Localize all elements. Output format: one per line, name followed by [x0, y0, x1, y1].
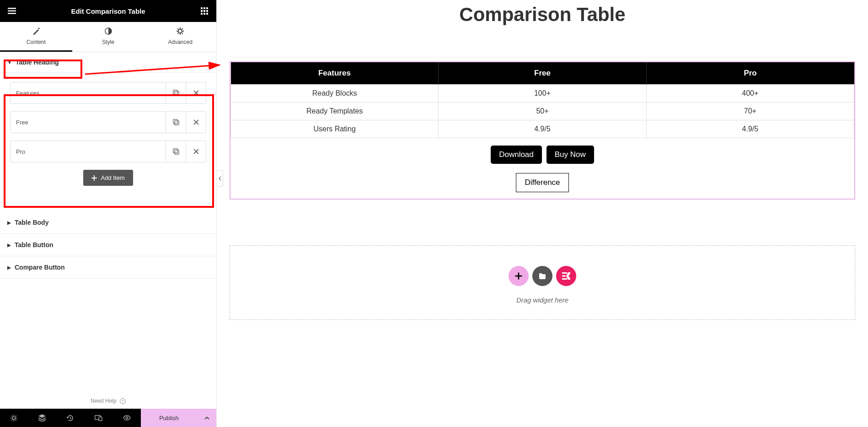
close-icon[interactable]	[186, 82, 206, 103]
svg-rect-0	[8, 8, 16, 9]
table-cell: Ready Blocks	[231, 85, 439, 103]
panel-collapse-handle[interactable]	[217, 170, 223, 187]
svg-point-13	[178, 29, 182, 33]
add-item-button[interactable]: Add Item	[83, 170, 133, 186]
table-cell: Ready Templates	[231, 103, 439, 120]
add-item-label: Add Item	[101, 174, 124, 181]
table-cell: 4.9/5	[439, 120, 646, 138]
svg-rect-22	[173, 149, 177, 153]
heading-item-label: Free	[11, 112, 166, 133]
comparison-table: Features Free Pro Ready Blocks 100+ 400+…	[230, 62, 854, 138]
heading-item-label: Pro	[11, 141, 166, 162]
publish-options-button[interactable]	[197, 409, 216, 427]
svg-rect-30	[99, 417, 102, 421]
svg-rect-4	[204, 7, 205, 9]
help-icon: ?	[120, 398, 126, 404]
tab-advanced-label: Advanced	[168, 39, 192, 45]
heading-items-list: Features Free Pro Add It	[0, 73, 216, 195]
section-table-heading[interactable]: ▼ Table Heading	[0, 52, 216, 73]
panel-header: Edit Comparison Table	[0, 0, 216, 22]
buy-now-button[interactable]: Buy Now	[547, 146, 594, 164]
plus-icon	[91, 175, 97, 181]
section-compare-button-label: Compare Button	[15, 264, 65, 271]
section-table-body-label: Table Body	[15, 219, 48, 226]
navigator-icon[interactable]	[28, 409, 57, 427]
tab-advanced[interactable]: Advanced	[144, 22, 216, 52]
contrast-icon	[105, 27, 112, 35]
caret-down-icon: ▼	[7, 60, 12, 65]
panel-footer: Publish	[0, 409, 216, 427]
section-compare-button[interactable]: ▶ Compare Button	[0, 256, 216, 279]
chevron-left-icon	[219, 176, 221, 181]
svg-rect-6	[201, 10, 203, 12]
section-table-heading-label: Table Heading	[16, 59, 59, 66]
duplicate-icon[interactable]	[166, 112, 186, 133]
table-header: Features	[231, 62, 439, 85]
panel-title: Edit Comparison Table	[17, 7, 199, 15]
table-header: Free	[439, 62, 646, 85]
svg-rect-7	[204, 10, 205, 12]
history-icon[interactable]	[56, 409, 85, 427]
heading-item-row[interactable]: Free	[10, 111, 206, 133]
drop-zone-label: Drag widget here	[230, 296, 855, 304]
gear-icon	[177, 27, 184, 35]
close-icon[interactable]	[186, 112, 206, 133]
preview-icon[interactable]	[113, 409, 141, 427]
template-library-icon[interactable]	[532, 266, 552, 286]
svg-rect-3	[201, 7, 203, 9]
table-cell: 70+	[646, 103, 854, 120]
duplicate-icon[interactable]	[166, 82, 186, 103]
widgets-icon[interactable]	[199, 5, 210, 16]
section-table-button[interactable]: ▶ Table Button	[0, 234, 216, 256]
settings-icon[interactable]	[0, 409, 28, 427]
svg-rect-15	[175, 92, 179, 96]
tab-style-label: Style	[102, 39, 114, 45]
caret-right-icon: ▶	[7, 243, 11, 248]
editor-tabs: Content Style Advanced	[0, 22, 216, 52]
table-cell: 50+	[439, 103, 646, 120]
svg-point-28	[13, 416, 16, 420]
table-row: Users Rating 4.9/5 4.9/5	[231, 120, 854, 138]
comparison-table-widget[interactable]: Features Free Pro Ready Blocks 100+ 400+…	[230, 61, 855, 200]
page-title: Comparison Table	[230, 4, 855, 26]
heading-item-row[interactable]: Features	[10, 82, 206, 104]
tab-content[interactable]: Content	[0, 22, 72, 52]
duplicate-icon[interactable]	[166, 141, 186, 162]
section-table-body[interactable]: ▶ Table Body	[0, 211, 216, 234]
table-cell: 400+	[646, 85, 854, 103]
download-button[interactable]: Download	[491, 146, 542, 164]
section-table-button-label: Table Button	[15, 241, 54, 249]
svg-rect-5	[206, 7, 208, 9]
menu-icon[interactable]	[6, 5, 17, 16]
need-help-label: Need Help	[91, 398, 117, 404]
tab-style[interactable]: Style	[72, 22, 145, 52]
publish-label: Publish	[159, 415, 179, 422]
svg-rect-18	[173, 119, 177, 124]
svg-rect-1	[8, 11, 16, 12]
difference-button[interactable]: Difference	[516, 173, 568, 192]
publish-button[interactable]: Publish	[141, 409, 197, 427]
svg-rect-2	[8, 13, 16, 14]
need-help-link[interactable]: Need Help ?	[0, 393, 216, 409]
svg-rect-11	[206, 13, 208, 15]
caret-right-icon: ▶	[7, 265, 11, 270]
svg-rect-10	[204, 13, 205, 15]
table-cell: 100+	[439, 85, 646, 103]
pencil-icon	[32, 27, 40, 35]
svg-point-31	[126, 417, 128, 419]
drop-zone[interactable]: Drag widget here	[230, 245, 855, 320]
responsive-icon[interactable]	[85, 409, 113, 427]
table-cell: Users Rating	[231, 120, 439, 138]
svg-rect-9	[201, 13, 203, 15]
table-cell: 4.9/5	[646, 120, 854, 138]
svg-rect-8	[206, 10, 208, 12]
chevron-up-icon	[204, 416, 209, 420]
heading-item-label: Features	[11, 82, 166, 103]
tab-content-label: Content	[27, 39, 46, 45]
add-section-icon[interactable]	[509, 266, 529, 286]
heading-item-row[interactable]: Pro	[10, 141, 206, 162]
preview-area: Comparison Table Features Free Pro Ready…	[217, 0, 868, 427]
svg-rect-19	[175, 121, 179, 125]
close-icon[interactable]	[186, 141, 206, 162]
elementskit-icon[interactable]	[556, 266, 576, 286]
